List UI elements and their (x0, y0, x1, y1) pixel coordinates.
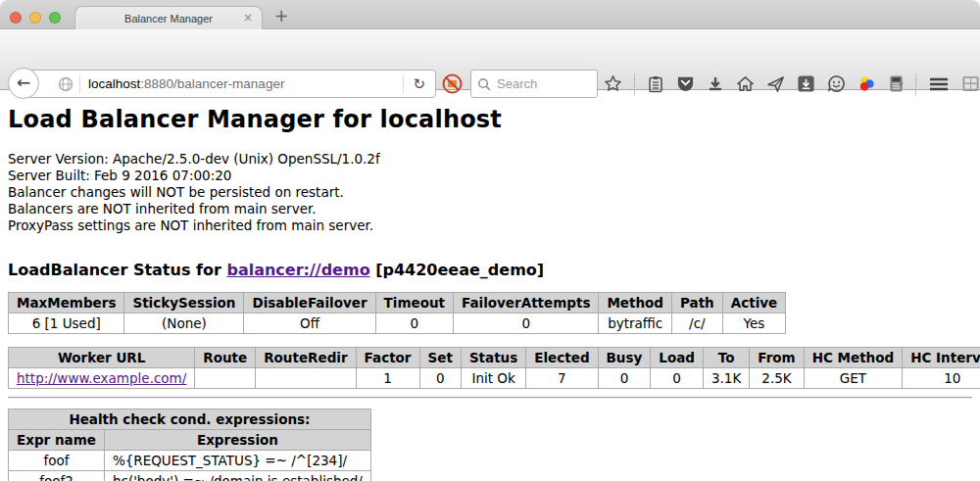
column-header: Elected (526, 348, 598, 368)
extension-download-icon[interactable] (797, 74, 815, 93)
page-title: Load Balancer Manager for localhost (8, 106, 972, 133)
table-cell: 10 (903, 368, 980, 389)
table-cell: 0 (375, 313, 453, 334)
worker-status-table: Worker URLRouteRouteRedirFactorSetStatus… (8, 347, 980, 389)
column-header: Timeout (375, 293, 453, 313)
table-cell (256, 368, 356, 389)
table-cell: GET (804, 368, 903, 389)
tab-groups-icon[interactable] (961, 74, 980, 93)
column-header: HC Interval (903, 348, 980, 368)
table-cell: 1 (356, 368, 419, 389)
title-bar: Balancer Manager × + (0, 0, 980, 29)
search-input[interactable]: Search (470, 70, 598, 98)
back-arrow-icon: ← (17, 72, 30, 92)
table-cell[interactable]: http://www.example.com/ (9, 368, 195, 389)
table-cell: 7 (526, 368, 598, 389)
url-path: :8880/balancer-manager (140, 76, 284, 91)
url-separator (79, 75, 80, 93)
table-cell: 6 [1 Used] (9, 313, 124, 334)
balancer-status-heading: LoadBalancer Status for balancer://demo … (8, 261, 972, 279)
table-cell: %{REQUEST_STATUS} =~ /^[234]/ (104, 451, 370, 471)
column-header: RouteRedir (256, 348, 356, 368)
column-header: DisableFailover (244, 293, 375, 313)
column-header: Load (651, 348, 704, 368)
sidebar-notebook-group[interactable]: ▾ (888, 74, 904, 93)
table-cell: /c/ (672, 313, 723, 334)
server-info-line: ProxyPass settings are NOT inherited fro… (8, 217, 972, 234)
column-header: Factor (356, 348, 419, 368)
toolbar-separator (915, 73, 916, 95)
table-cell: 3.1K (703, 368, 749, 389)
table-cell: 2.5K (750, 368, 804, 389)
tab-title: Balancer Manager (124, 13, 213, 24)
column-header: Path (672, 293, 723, 313)
table-cell: Init Ok (461, 368, 525, 389)
table-cell: 0 (419, 368, 461, 389)
status-suffix: [p4420eeae_demo] (370, 261, 545, 279)
url-bar[interactable]: localhost:8880/balancer-manager ↻ (24, 70, 436, 98)
table-cell (195, 368, 256, 389)
table-row: 6 [1 Used](None)Off00bytraffic/c/Yes (9, 313, 786, 334)
feedback-smiley-icon[interactable] (827, 74, 846, 93)
reload-separator (403, 75, 404, 93)
column-header: HC Method (804, 348, 903, 368)
pocket-icon[interactable] (676, 74, 695, 93)
table-row: foof%{REQUEST_STATUS} =~ /^[234]/ (9, 451, 371, 471)
reload-icon[interactable]: ↻ (411, 75, 435, 93)
close-window-button[interactable] (10, 12, 22, 24)
plugin-blocked-icon[interactable] (442, 73, 463, 94)
minimize-window-button[interactable] (29, 12, 41, 24)
column-header: StickySession (124, 293, 244, 313)
server-info-line: Balancer changes will NOT be persisted o… (8, 184, 972, 201)
worker-url-link[interactable]: http://www.example.com/ (17, 370, 186, 386)
back-button[interactable]: ← (8, 68, 39, 99)
table-cell: 0 (651, 368, 704, 389)
toolbar-separator (634, 73, 635, 95)
navigation-toolbar: ← localhost:8880/balancer-manager ↻ Sear… (0, 29, 980, 90)
health-check-table: Health check cond. expressions:Expr name… (8, 409, 371, 481)
browser-tab[interactable]: Balancer Manager × (74, 6, 263, 30)
column-header: Status (461, 348, 525, 368)
table-cell: bytraffic (599, 313, 672, 334)
column-header: Expression (104, 430, 370, 451)
table-cell: foof (9, 451, 105, 471)
zoom-window-button[interactable] (49, 12, 61, 24)
tab-close-icon[interactable]: × (243, 11, 253, 24)
table-row: foof2hc('body') =~ /domain is establishe… (9, 471, 371, 481)
column-header: MaxMembers (9, 293, 124, 313)
balancer-link[interactable]: balancer://demo (226, 261, 369, 279)
search-placeholder: Search (497, 76, 537, 91)
column-header: To (703, 348, 749, 368)
balancer-settings-table: MaxMembersStickySessionDisableFailoverTi… (8, 292, 786, 334)
send-icon[interactable] (766, 74, 785, 93)
reading-list-icon[interactable] (647, 75, 664, 93)
table-cell: (None) (124, 313, 244, 334)
server-info-line: Balancers are NOT inherited from main se… (8, 201, 972, 217)
table-cell: Off (244, 313, 375, 334)
column-header: Method (599, 293, 672, 313)
table-cell: Yes (722, 313, 786, 334)
table-cell: 0 (454, 313, 599, 334)
section-divider (8, 397, 972, 399)
table-row: http://www.example.com/10Init Ok7003.1K2… (9, 368, 980, 389)
column-header: Active (722, 293, 786, 313)
window-controls (10, 12, 61, 24)
browser-window: Balancer Manager × + ← localhost:8880/ba… (0, 0, 980, 481)
colors-extension-icon[interactable] (858, 74, 876, 93)
bookmark-star-icon[interactable] (604, 74, 622, 93)
column-header: Busy (598, 348, 651, 368)
status-prefix: LoadBalancer Status for (8, 261, 226, 279)
table-title: Health check cond. expressions: (9, 409, 371, 430)
column-header: Set (419, 348, 461, 368)
dropdown-caret-icon: ▾ (899, 79, 904, 89)
new-tab-button[interactable]: + (274, 6, 288, 25)
server-info-line: Server Version: Apache/2.5.0-dev (Unix) … (8, 151, 972, 168)
url-text[interactable]: localhost:8880/balancer-manager (88, 76, 403, 91)
table-cell: hc('body') =~ /domain is established/ (104, 471, 370, 481)
downloads-icon[interactable] (707, 75, 724, 93)
globe-icon (58, 76, 74, 92)
hamburger-menu-icon[interactable] (928, 75, 950, 93)
server-info: Server Version: Apache/2.5.0-dev (Unix) … (8, 151, 972, 234)
home-icon[interactable] (736, 74, 755, 93)
column-header: Route (195, 348, 256, 368)
